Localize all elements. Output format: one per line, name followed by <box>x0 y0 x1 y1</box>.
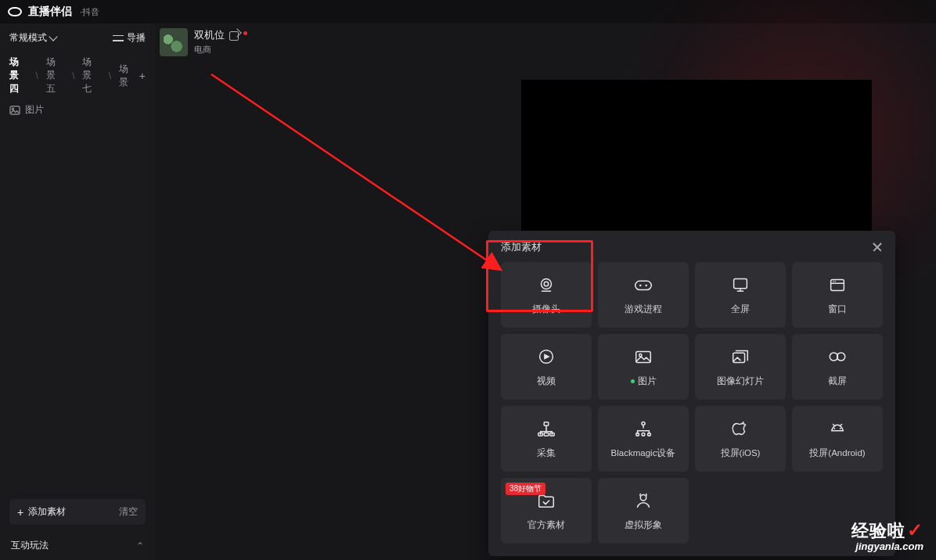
fullscreen-icon <box>729 275 751 294</box>
svg-point-3 <box>544 282 549 286</box>
ios-icon <box>729 419 751 438</box>
image-icon <box>632 347 654 366</box>
android-icon <box>826 419 848 438</box>
expand-toggle[interactable]: ⌃ <box>136 540 144 551</box>
source-card-collect[interactable]: 采集 <box>501 406 592 472</box>
svg-rect-12 <box>636 351 651 362</box>
card-label: 采集 <box>537 447 556 459</box>
source-card-capture[interactable]: 截屏 <box>792 334 883 400</box>
source-card-android[interactable]: 投屏(Android) <box>792 406 883 472</box>
scene-source-item[interactable]: 图片 <box>0 99 155 121</box>
svg-point-26 <box>840 428 841 429</box>
game-icon <box>632 275 654 294</box>
avatar-icon <box>632 491 654 510</box>
scene-tab[interactable]: 场景 <box>119 63 131 89</box>
collect-icon <box>535 419 557 438</box>
watermark-text: 经验啦 <box>851 521 905 540</box>
guide-button[interactable]: 导播 <box>113 31 146 45</box>
card-label: Blackmagic设备 <box>611 447 676 459</box>
source-card-video[interactable]: 视频 <box>501 334 592 400</box>
svg-rect-7 <box>734 278 747 288</box>
svg-point-10 <box>834 281 835 282</box>
svg-rect-4 <box>635 281 651 289</box>
svg-point-23 <box>642 433 645 436</box>
app-header: 直播伴侣 ·抖音 <box>0 0 936 23</box>
scene-tab[interactable]: 场景七 <box>82 56 100 95</box>
promo-badge: 38好物节 <box>506 483 545 495</box>
source-card-official[interactable]: 38好物节官方素材 <box>501 478 592 544</box>
card-label: 虚拟形象 <box>625 519 662 531</box>
svg-point-6 <box>645 284 647 286</box>
clear-button[interactable]: 清空 <box>119 505 138 519</box>
guide-label: 导播 <box>127 31 146 45</box>
mode-label: 常规模式 <box>9 31 47 45</box>
video-icon <box>535 347 557 366</box>
source-card-avatar[interactable]: 虚拟形象 <box>598 478 689 544</box>
card-label: 窗口 <box>828 303 847 315</box>
capture-icon <box>826 347 848 366</box>
indicator-dot-icon <box>631 379 635 383</box>
svg-point-5 <box>639 284 642 286</box>
add-source-label: 添加素材 <box>28 505 66 519</box>
window-icon <box>826 275 848 294</box>
scene-tab[interactable]: 场景五 <box>46 56 64 95</box>
card-label: 官方素材 <box>527 519 565 531</box>
canvas-area: 双机位 电商 添加素材 摄像头游戏进程全屏窗口视频图片图像幻灯片截屏采集Blac… <box>155 23 936 560</box>
app-title: 直播伴侣 <box>28 5 72 19</box>
card-label: 摄像头 <box>532 303 560 315</box>
interact-label: 互动玩法 <box>11 539 49 552</box>
source-thumbnail <box>160 28 188 56</box>
svg-point-22 <box>636 433 639 436</box>
source-chip[interactable]: 双机位 电商 <box>160 28 247 56</box>
blackmagic-icon <box>632 419 654 438</box>
add-scene-icon[interactable]: + <box>139 70 146 81</box>
swap-icon <box>113 34 124 42</box>
svg-rect-14 <box>733 353 745 362</box>
source-card-slideshow[interactable]: 图像幻灯片 <box>695 334 786 400</box>
card-label: 全屏 <box>731 303 750 315</box>
add-source-button[interactable]: + 添加素材 <box>17 505 66 519</box>
app-subtitle: ·抖音 <box>80 6 99 18</box>
svg-point-2 <box>542 278 552 289</box>
svg-rect-19 <box>544 433 549 436</box>
svg-rect-0 <box>10 106 20 113</box>
svg-point-24 <box>648 433 651 436</box>
source-card-ios[interactable]: 投屏(iOS) <box>695 406 786 472</box>
scene-tab-active[interactable]: 场景四 <box>9 56 27 95</box>
scene-tabs: 场景四 \ 场景五 \ 场景七 \ 场景 + <box>0 52 155 99</box>
source-card-window[interactable]: 窗口 <box>792 262 883 328</box>
sidebar: 常规模式 导播 场景四 \ 场景五 \ 场景七 \ 场景 + 图片 <box>0 23 155 560</box>
modal-title: 添加素材 <box>501 240 542 254</box>
plus-icon: + <box>17 507 23 518</box>
add-source-modal: 添加素材 摄像头游戏进程全屏窗口视频图片图像幻灯片截屏采集Blackmagic设… <box>488 231 895 556</box>
watermark-url: jingyanla.com <box>851 541 923 552</box>
notification-dot-icon <box>243 31 247 35</box>
chevron-down-icon <box>49 32 57 41</box>
checkmark-icon: ✓ <box>907 519 923 540</box>
card-label: 图像幻灯片 <box>717 375 764 387</box>
source-card-game[interactable]: 游戏进程 <box>598 262 689 328</box>
card-label: 图片 <box>631 375 657 387</box>
card-label: 投屏(iOS) <box>721 447 761 459</box>
card-label: 游戏进程 <box>625 303 662 315</box>
source-card-blackmagic[interactable]: Blackmagic设备 <box>598 406 689 472</box>
camera-icon <box>535 275 557 294</box>
svg-point-9 <box>833 281 833 282</box>
close-icon[interactable] <box>872 242 883 253</box>
card-label: 截屏 <box>828 375 847 387</box>
svg-point-27 <box>640 494 646 500</box>
mode-selector[interactable]: 常规模式 <box>9 31 56 45</box>
svg-rect-8 <box>831 279 844 290</box>
source-card-fullscreen[interactable]: 全屏 <box>695 262 786 328</box>
svg-point-25 <box>833 428 835 429</box>
source-card-image[interactable]: 图片 <box>598 334 689 400</box>
image-icon <box>9 106 20 115</box>
edit-icon[interactable] <box>229 31 239 41</box>
card-label: 视频 <box>537 375 556 387</box>
watermark: 经验啦✓ jingyanla.com <box>851 520 923 552</box>
svg-point-1 <box>12 108 13 109</box>
scene-source-label: 图片 <box>25 103 44 117</box>
source-card-camera[interactable]: 摄像头 <box>501 262 592 328</box>
logo-icon <box>8 7 22 16</box>
source-subtitle: 电商 <box>194 44 247 56</box>
